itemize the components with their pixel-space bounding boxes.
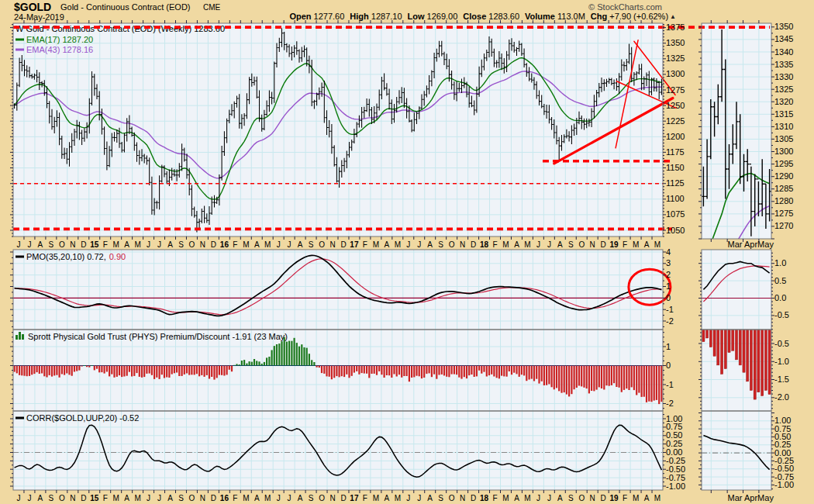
month-label: D	[81, 494, 86, 502]
month-label: D	[211, 494, 216, 502]
y-axis-label: 1345	[774, 34, 793, 43]
y-axis-label: 1050	[666, 226, 685, 235]
month-label: 18	[480, 240, 489, 249]
y-axis-label: 1295	[774, 159, 793, 168]
month-label: S	[568, 494, 574, 502]
month-label: O	[449, 494, 455, 502]
month-label: M	[373, 494, 379, 502]
month-label: A	[38, 494, 43, 502]
month-label: J	[536, 240, 540, 249]
month-label: M	[113, 240, 119, 249]
panel-bg-corrInset	[702, 411, 771, 490]
month-label: S	[49, 240, 54, 249]
month-label: J	[157, 240, 161, 249]
inset-month-label: Apr	[744, 493, 757, 502]
month-label: N	[590, 240, 595, 249]
month-label: A	[385, 494, 390, 502]
month-label: A	[124, 494, 129, 502]
y-axis-label: 1375	[666, 22, 685, 32]
month-label: D	[81, 240, 86, 249]
y-axis-label: 1315	[774, 109, 793, 119]
month-label: 16	[220, 240, 229, 249]
open-label: Open	[289, 12, 311, 21]
month-label: J	[288, 240, 291, 249]
month-label: J	[147, 494, 150, 502]
month-label: N	[200, 494, 205, 502]
month-label: M	[264, 494, 271, 502]
y-axis-label: 1320	[774, 97, 793, 106]
quote-strip: Open1277.60High1287.10Low1269.00Close128…	[284, 12, 676, 21]
month-label: J	[547, 494, 551, 502]
inset-month-label: May	[757, 493, 774, 502]
month-label: M	[395, 240, 401, 249]
y-axis-label: 1250	[666, 101, 685, 110]
month-label: D	[601, 494, 606, 502]
month-label: M	[134, 240, 140, 249]
y-axis-label: 1175	[666, 147, 685, 157]
month-label: J	[288, 494, 291, 502]
month-label: 17	[350, 494, 359, 502]
close-label: Close	[463, 12, 486, 21]
month-label: J	[536, 494, 540, 502]
y-axis-label: 1125	[666, 178, 685, 188]
y-axis-label: 1	[666, 342, 671, 351]
month-label: A	[557, 494, 563, 502]
month-label: O	[59, 494, 65, 502]
y-axis-label: 1275	[666, 85, 685, 95]
y-axis-label: 0	[666, 361, 671, 370]
security-name: Gold - Continuous Contract (EOD)	[60, 2, 191, 12]
month-label: F	[623, 240, 627, 249]
inset-month-label: May	[757, 240, 774, 249]
month-label: M	[502, 494, 509, 502]
month-label: A	[514, 494, 519, 502]
month-label: S	[49, 494, 54, 502]
month-label: S	[568, 240, 574, 249]
ticker-symbol: $GOLD	[14, 1, 51, 13]
month-label: O	[319, 240, 325, 249]
y-axis-label: -1.00	[666, 482, 685, 491]
month-label: N	[70, 240, 75, 249]
y-axis-label: 1100	[666, 194, 685, 203]
y-axis-label: 1350	[666, 38, 685, 47]
month-label: A	[298, 240, 303, 249]
month-label: M	[654, 240, 661, 249]
y-axis-label: 1280	[774, 196, 793, 205]
month-label: A	[644, 240, 650, 249]
month-label: N	[460, 240, 465, 249]
y-axis-label: 1305	[774, 134, 793, 143]
y-axis-label: -1	[666, 380, 674, 389]
month-label: D	[340, 240, 346, 249]
month-label: F	[492, 494, 497, 502]
chart-header: $GOLD Gold - Continuous Contract (EOD) C…	[0, 0, 814, 23]
month-label: M	[524, 494, 530, 502]
y-axis-label: 1340	[774, 47, 793, 57]
month-label: A	[124, 240, 129, 249]
month-label: M	[395, 494, 401, 502]
month-label: N	[590, 494, 595, 502]
corr-legend: CORR($GOLD,UUP,20) -0.52	[26, 413, 139, 423]
pmo-legend: PMO(35,20,10) 0.72,0.90	[26, 252, 126, 261]
month-label: J	[17, 240, 21, 249]
month-label: N	[329, 240, 335, 249]
y-axis-label: -1	[666, 305, 674, 314]
high-label: High	[350, 12, 368, 21]
month-label: A	[427, 240, 433, 249]
low-value: 1269.00	[427, 12, 458, 21]
month-label: 15	[90, 240, 99, 249]
y-axis-label: -1.0	[774, 357, 789, 366]
month-label: F	[233, 494, 237, 502]
exchange-label: CME	[203, 3, 220, 12]
month-label: N	[200, 240, 205, 249]
y-axis-label: 1225	[666, 116, 685, 126]
close-value: 1283.60	[488, 12, 519, 21]
month-label: O	[578, 494, 585, 502]
month-label: A	[167, 240, 173, 249]
panel-bg-pmoInset	[702, 250, 771, 330]
copyright: © StockCharts.com	[588, 2, 662, 12]
month-label: M	[264, 240, 271, 249]
month-label: J	[277, 240, 281, 249]
y-axis-label: 1325	[774, 85, 793, 94]
y-axis-label: 1.0	[774, 258, 786, 268]
up-triangle-icon: ▲	[670, 13, 676, 20]
month-label: S	[438, 494, 443, 502]
